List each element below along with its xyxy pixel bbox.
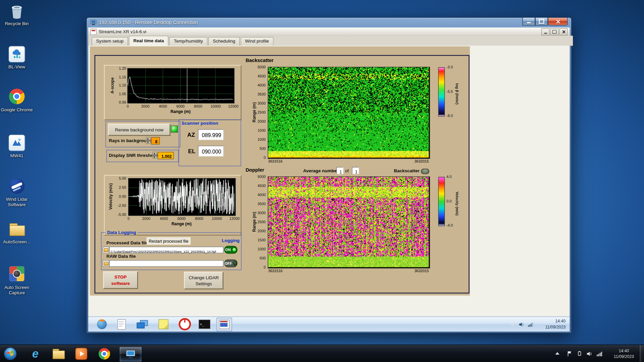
tick-label: 500 (260, 256, 266, 260)
data-logging-title: Data Logging (106, 230, 138, 235)
session-network-icon[interactable] (526, 318, 534, 330)
tab-system-setup[interactable]: System setup (92, 37, 128, 46)
el-value-input[interactable] (198, 146, 224, 157)
auto-screen-capture-icon (8, 266, 25, 284)
doppler-colorbar-label: Velocity (m/s) (455, 177, 459, 230)
renew-background-button[interactable]: Renew background now (108, 124, 170, 136)
restart-processed-file-button[interactable]: Restart processed file (147, 237, 191, 245)
snr-spinner[interactable] (152, 152, 157, 159)
rdp-title-bar[interactable]: 192.168.0.150 - Remote Desktop Connectio… (87, 18, 571, 27)
velocity-x-axis-label: Range (m) (128, 222, 234, 226)
desktop-icon-auto-screen-capture[interactable]: Auto Screen Capture (0, 265, 34, 296)
session-command-prompt-icon[interactable]: >_ (198, 318, 211, 330)
labview-title-bar[interactable]: StreamLine XR v14-6.vi (88, 27, 570, 36)
start-button[interactable] (3, 347, 17, 361)
average-number-field[interactable] (336, 167, 343, 174)
on-label: ON (225, 248, 231, 252)
tab-real-time-data[interactable]: Real time data (129, 36, 168, 46)
doppler-x-end: 3632015 (414, 269, 429, 273)
session-streamline-app-button[interactable] (216, 318, 232, 331)
tab-scheduling[interactable]: Scheduling (208, 37, 240, 46)
tick-label: 8000 (194, 104, 202, 108)
tick-label: 5000 (258, 65, 266, 69)
session-notepad-icon[interactable] (115, 318, 128, 330)
tray-network-icon[interactable] (596, 350, 603, 357)
raw-path-input[interactable] (110, 262, 225, 268)
session-power-app-icon[interactable] (179, 318, 191, 330)
tick-label: 0.0 (446, 199, 451, 203)
session-remote-desktop-icon[interactable] (136, 318, 148, 330)
mw41-icon (8, 135, 25, 152)
tray-show-hidden-chevron[interactable] (555, 352, 559, 355)
rays-spinner[interactable] (146, 137, 150, 144)
vi-window-controls (541, 28, 568, 35)
tick-label: 10000 (211, 104, 221, 108)
backscatter-section-title: Backscatter (246, 57, 273, 63)
desktop-icon-mw41[interactable]: MW41 (0, 134, 34, 158)
velocity-y-axis-label: Velocity (m/s) (108, 179, 113, 215)
system-taskbar: e (0, 345, 644, 362)
stop-software-label-1: STOP (114, 274, 126, 280)
session-volume-icon[interactable] (517, 318, 525, 330)
snr-value-input[interactable] (158, 153, 175, 160)
rays-value-field[interactable] (151, 137, 160, 144)
session-tray-chevron[interactable] (511, 323, 515, 325)
maximize-button[interactable] (535, 18, 548, 25)
tick-label: 6000 (177, 217, 186, 221)
taskbar-media-app-icon[interactable] (75, 348, 88, 360)
desktop-icon-wind-lidar[interactable]: Wind Lidar Software (0, 177, 34, 207)
desktop-icon-google-chrome[interactable]: Google Chrome (0, 88, 34, 112)
a-scope-x-ticks: 020004000600080001000012000 (128, 104, 233, 108)
tab-wind-profile[interactable]: Wind profile (240, 37, 273, 46)
tab-temp-humidity[interactable]: Temp/humidity (169, 37, 208, 46)
rays-value-input[interactable] (152, 138, 161, 145)
tray-flag-icon[interactable] (566, 350, 573, 357)
raw-path-field[interactable] (109, 260, 223, 267)
vi-restore-button[interactable] (550, 28, 558, 35)
taskbar-internet-explorer-icon[interactable]: e (29, 348, 42, 360)
change-lidar-settings-button[interactable]: Change LiDAR Settings (184, 272, 224, 290)
tray-volume-icon[interactable] (586, 350, 593, 357)
stop-software-button[interactable]: STOP software (103, 271, 138, 289)
desktop-icon-autoscreen[interactable]: AutoScreen... (0, 220, 34, 244)
tick-label: 1000 (258, 137, 266, 141)
raw-logging-toggle[interactable]: OFF (224, 259, 237, 267)
snr-value-field[interactable] (158, 152, 174, 159)
change-lidar-label-2: Settings (196, 281, 212, 287)
off-led (233, 261, 237, 265)
taskbar-rdp-app-button[interactable] (119, 346, 142, 362)
taskbar-file-explorer-icon[interactable] (52, 348, 65, 360)
az-value-field[interactable] (198, 129, 223, 140)
doppler-y-ticks: 5000450040003500300025002000150010005000 (257, 177, 266, 267)
renew-background-led (171, 126, 178, 133)
el-value-field[interactable] (198, 146, 223, 157)
tick-label: 2500 (258, 110, 266, 114)
session-clock[interactable]: 14:40 11/09/2023 (545, 318, 566, 330)
doppler-y-axis-label: Range (m) (252, 177, 256, 267)
average-total-field[interactable] (352, 167, 359, 174)
desktop-icon-recycle-bin[interactable]: Recycle Bin (0, 2, 34, 26)
velocity-y-ticks: 5.002.500.00-2.50-5.00 (115, 179, 127, 215)
desktop-icon-bl-view[interactable]: BL-View (0, 45, 34, 70)
session-browser-icon[interactable] (96, 318, 108, 330)
processed-path-field[interactable] (109, 247, 223, 253)
processed-logging-toggle[interactable]: ON (224, 246, 237, 253)
a-scope-plot-frame (127, 68, 235, 103)
az-value-input[interactable] (198, 130, 224, 140)
vi-close-button[interactable] (559, 28, 568, 35)
tick-label: 5.00 (119, 177, 126, 181)
taskbar-chrome-icon[interactable] (98, 348, 111, 360)
average-total-input[interactable] (353, 168, 360, 175)
show-desktop-button[interactable] (640, 345, 644, 362)
raw-path-browse-icon[interactable] (103, 260, 109, 267)
close-button[interactable] (548, 18, 568, 25)
taskbar-clock[interactable]: 14:40 11/09/2023 (610, 348, 638, 359)
processed-path-browse-icon[interactable] (103, 247, 109, 253)
session-clock-date: 11/09/2023 (545, 324, 566, 330)
vi-minimize-button[interactable] (541, 28, 549, 35)
minimize-button[interactable] (523, 18, 535, 25)
tray-power-icon[interactable] (576, 350, 583, 357)
session-sticky-notes-icon[interactable] (157, 318, 170, 330)
average-number-input[interactable] (337, 168, 344, 175)
backscatter-toggle-led[interactable] (421, 169, 429, 174)
